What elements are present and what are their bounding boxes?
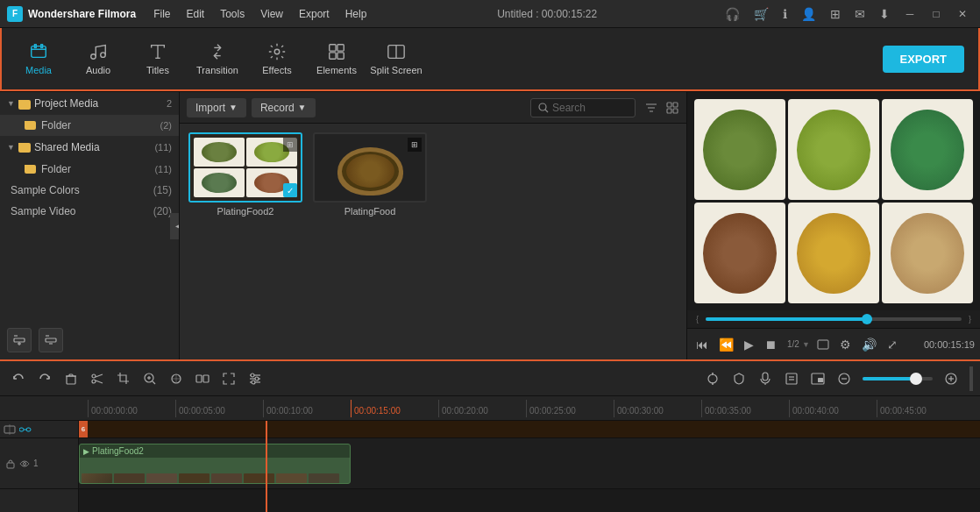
skip-back-button[interactable]: ⏮ (692, 335, 712, 354)
record-audio-button[interactable] (754, 368, 777, 389)
panel-bottom-actions (7, 328, 63, 352)
redo-button[interactable] (33, 368, 56, 389)
export-button[interactable]: EXPORT (883, 46, 964, 73)
sample-colors-item[interactable]: Sample Colors (15) (0, 180, 179, 201)
close-button[interactable]: ✕ (952, 4, 973, 25)
scrubber-handle[interactable] (862, 314, 872, 324)
record-dropdown-icon[interactable]: ▼ (298, 103, 307, 112)
zoom-in-tl-button[interactable] (940, 368, 962, 389)
zoom-handle[interactable] (910, 373, 922, 385)
color-button[interactable] (165, 368, 188, 389)
toolbar-audio[interactable]: Audio (68, 32, 128, 85)
zoom-in-button[interactable] (138, 368, 161, 389)
user-icon[interactable]: 👤 (797, 5, 820, 23)
svg-point-66 (24, 462, 26, 465)
svg-rect-51 (763, 373, 768, 380)
toolbar-transition[interactable]: Transition (188, 32, 247, 85)
eye-icon[interactable] (19, 459, 30, 469)
add-to-timeline-button[interactable] (7, 328, 32, 352)
email-icon[interactable]: ✉ (850, 5, 870, 23)
menu-view[interactable]: View (253, 4, 290, 24)
zoom-out-button[interactable] (833, 368, 856, 389)
project-media-folder[interactable]: Folder (2) (0, 115, 179, 136)
marker-indicator: 6 (79, 421, 88, 437)
shield-icon (732, 372, 746, 386)
project-media-count: 2 (167, 98, 172, 109)
cut-button[interactable] (86, 368, 109, 389)
playback-speed[interactable]: 1/2 ▼ (787, 339, 810, 349)
auto-snap-button[interactable] (701, 368, 724, 389)
shared-media-folder-label: Folder (41, 163, 71, 175)
record-button[interactable]: Record ▼ (252, 98, 316, 117)
preview-scrubber[interactable]: { } (687, 310, 980, 328)
folder-icon (18, 100, 31, 110)
menu-edit[interactable]: Edit (179, 4, 211, 24)
preview-controls: ⏮ ⏪ ▶ ⏹ 1/2 ▼ ⚙ 🔊 ⤢ 00:00:15:19 (687, 328, 980, 359)
delete-button[interactable] (60, 368, 82, 389)
media-item-platingfood2[interactable]: ⊞ ✓ PlatingFood2 (188, 132, 302, 217)
volume-button[interactable]: 🔊 (858, 335, 880, 354)
menu-tools[interactable]: Tools (213, 4, 252, 24)
minimize-button[interactable]: ─ (899, 4, 920, 25)
scrubber-track[interactable] (706, 317, 962, 321)
info-icon[interactable]: ℹ (778, 5, 792, 23)
settings-button[interactable]: ⚙ (836, 335, 855, 354)
grid-icon[interactable]: ⊞ (826, 5, 845, 23)
filter-icon[interactable] (644, 101, 658, 115)
text-button[interactable] (780, 368, 803, 389)
split-button[interactable] (191, 368, 214, 389)
svg-point-4 (101, 53, 106, 57)
speed-label: 1/2 (787, 339, 799, 349)
search-box (530, 98, 636, 117)
track-add-icon[interactable] (4, 423, 16, 436)
toolbar-media[interactable]: Media (9, 32, 68, 85)
toolbar-titles[interactable]: Titles (128, 32, 188, 85)
crop-button[interactable] (112, 368, 135, 389)
svg-rect-53 (786, 373, 797, 384)
collapse-panel-button[interactable]: ◀ (170, 213, 180, 239)
headphone-icon[interactable]: 🎧 (721, 5, 744, 23)
fullscreen-button[interactable] (217, 368, 240, 389)
shared-media-folder[interactable]: Folder (11) (0, 159, 179, 180)
cart-icon[interactable]: 🛒 (749, 5, 773, 23)
audio-track-row[interactable] (79, 489, 980, 512)
shield-button[interactable] (728, 368, 750, 389)
menu-file[interactable]: File (146, 4, 177, 24)
expand-button[interactable]: ⤢ (884, 335, 901, 354)
import-button[interactable]: Import ▼ (187, 98, 246, 117)
import-dropdown-icon[interactable]: ▼ (229, 103, 238, 112)
sample-video-item[interactable]: Sample Video (20) (0, 201, 179, 222)
screen-size-button[interactable] (813, 336, 833, 353)
download-icon[interactable]: ⬇ (875, 5, 894, 23)
timeline-drag-handle[interactable] (969, 366, 973, 391)
menu-export[interactable]: Export (292, 4, 337, 24)
toolbar-elements[interactable]: Elements (307, 32, 366, 85)
stop-button[interactable]: ⏹ (761, 335, 780, 354)
maximize-button[interactable]: □ (926, 4, 947, 25)
play-button[interactable]: ▶ (741, 335, 757, 354)
media-item-name-1: PlatingFood2 (188, 206, 302, 217)
menu-help[interactable]: Help (338, 4, 374, 24)
lock-icon[interactable] (5, 459, 16, 469)
svg-rect-65 (7, 463, 14, 468)
video-track-row[interactable]: ▶ PlatingFood2 (79, 438, 980, 489)
frame-back-button[interactable]: ⏪ (715, 335, 737, 354)
sample-colors-count: (15) (153, 184, 172, 196)
track-link-icon[interactable] (19, 423, 32, 436)
plate-food-4 (703, 213, 776, 294)
chevron-down-icon-2: ▼ (7, 143, 15, 152)
toolbar-effects[interactable]: Effects (247, 32, 307, 85)
clip-platingfood2[interactable]: ▶ PlatingFood2 (79, 444, 351, 484)
grid-view-icon[interactable] (665, 101, 679, 115)
adjustments-button[interactable] (244, 368, 266, 389)
shared-media-header[interactable]: ▼ Shared Media (11) (0, 136, 179, 159)
search-input[interactable] (552, 102, 622, 114)
undo-button[interactable] (7, 368, 30, 389)
remove-from-timeline-button[interactable] (39, 328, 63, 352)
track-content[interactable]: 6 ▶ PlatingFood2 (79, 421, 980, 512)
picture-in-picture-button[interactable] (806, 368, 829, 389)
project-media-header[interactable]: ▼ Project Media 2 (0, 92, 179, 115)
media-item-platingfood[interactable]: ⊞ PlatingFood (313, 132, 427, 217)
zoom-slider[interactable] (863, 377, 933, 380)
toolbar-split-screen[interactable]: Split Screen (366, 32, 426, 85)
